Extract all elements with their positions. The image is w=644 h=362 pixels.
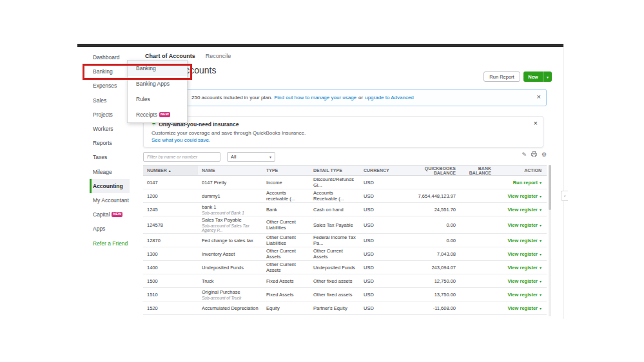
account-name: Sales Tax Payable xyxy=(202,217,259,223)
row-action-link[interactable]: View register xyxy=(507,292,538,298)
chevron-down-icon[interactable]: ▾ xyxy=(540,279,542,283)
row-action-link[interactable]: View register xyxy=(507,305,538,311)
new-button[interactable]: New ▾ xyxy=(523,71,552,82)
chevron-down-icon[interactable]: ▾ xyxy=(540,306,542,310)
chevron-down-icon[interactable]: ▾ xyxy=(540,223,542,227)
scrollbar-thumb[interactable] xyxy=(549,165,551,210)
cell-currency: USD xyxy=(360,264,409,271)
sidebar-item[interactable]: Expenses xyxy=(90,79,130,93)
gear-icon[interactable]: ⚙ xyxy=(542,152,547,158)
tab-chart-of-accounts[interactable]: Chart of Accounts xyxy=(145,53,195,59)
cell-name: dummy1 xyxy=(198,193,262,200)
menu-item-label: Receipts xyxy=(136,111,157,118)
cell-currency: USD xyxy=(360,222,409,229)
cell-currency: USD xyxy=(360,206,409,213)
sidebar-item[interactable]: Accounting xyxy=(90,179,130,193)
column-header-quickbooks-balance[interactable]: QUICKBOOKS BALANCE xyxy=(409,166,460,175)
sidebar-item[interactable]: Sales xyxy=(90,93,130,108)
cell-name: Undeposited Funds xyxy=(198,264,262,271)
cell-action: Run report ▾ xyxy=(495,179,547,186)
banking-menu-item[interactable]: Rules xyxy=(128,91,187,107)
printer-icon[interactable] xyxy=(531,151,537,158)
column-header-type[interactable]: TYPE xyxy=(262,166,309,175)
sidebar-item[interactable]: Capital NEW xyxy=(90,207,130,222)
sidebar-item[interactable]: Mileage xyxy=(90,165,130,179)
cell-currency: USD xyxy=(360,193,409,200)
table-row: 1245 bank 1 Sub-account of Bank 1 Bank C… xyxy=(143,203,547,216)
sidebar-item[interactable]: Projects xyxy=(90,108,130,122)
column-header-currency[interactable]: CURRENCY xyxy=(360,166,409,175)
plan-banner-conjunction: or xyxy=(358,95,363,100)
cell-quickbooks-balance: 12,750.00 xyxy=(409,278,460,285)
row-action-link[interactable]: View register xyxy=(507,193,538,199)
cell-action: View register ▾ xyxy=(495,193,547,200)
chevron-down-icon[interactable]: ▾ xyxy=(540,194,542,198)
menu-item-label: Banking xyxy=(136,65,156,71)
cell-type: Bank xyxy=(262,206,309,213)
row-action-link[interactable]: View register xyxy=(507,207,538,213)
run-report-button[interactable]: Run Report xyxy=(483,71,520,82)
sidebar-item[interactable]: Workers xyxy=(90,122,130,136)
column-header-name[interactable]: NAME xyxy=(198,166,262,175)
row-action-link[interactable]: View register xyxy=(507,222,538,228)
window-top-bar xyxy=(77,44,563,47)
sidebar-item[interactable]: Dashboard xyxy=(90,50,130,64)
banking-menu-item[interactable]: Receipts NEW xyxy=(128,107,187,122)
new-badge: NEW xyxy=(112,212,122,217)
upgrade-advanced-link[interactable]: upgrade to Advanced xyxy=(365,95,414,100)
scope-select[interactable]: All ▾ xyxy=(227,152,275,162)
cell-name: bank 1 Sub-account of Bank 1 xyxy=(198,204,262,216)
sidebar-item[interactable]: Apps xyxy=(90,222,130,236)
cell-detail-type: Other fixed assets xyxy=(309,278,360,285)
cell-detail-type: Other fixed assets xyxy=(309,291,360,298)
cell-quickbooks-balance xyxy=(409,182,460,183)
sidebar-item-label: Refer a Friend xyxy=(93,240,128,247)
collapse-panel-chevron[interactable]: ‹ xyxy=(561,191,568,201)
row-action-link[interactable]: View register xyxy=(507,278,538,284)
pencil-icon[interactable]: ✎ xyxy=(522,152,527,158)
cell-action: View register ▾ xyxy=(495,264,547,271)
sidebar-item[interactable]: Reports xyxy=(90,136,130,150)
new-button-label[interactable]: New xyxy=(523,71,543,82)
chevron-down-icon[interactable]: ▾ xyxy=(540,180,542,185)
chevron-down-icon[interactable]: ▾ xyxy=(540,238,542,243)
sidebar-item-label: Banking xyxy=(93,68,113,75)
menu-item-label: Rules xyxy=(136,96,150,102)
sidebar-item-label: Mileage xyxy=(93,169,112,175)
sidebar-item[interactable]: My Accountant xyxy=(90,193,130,207)
chevron-down-icon[interactable]: ▾ xyxy=(540,265,542,270)
table-tools: ✎ ⚙ xyxy=(513,151,547,158)
insurance-card-link[interactable]: See what you could save. xyxy=(151,137,535,143)
chevron-down-icon[interactable]: ▾ xyxy=(540,207,542,212)
banking-menu-item[interactable]: Banking Apps xyxy=(128,76,187,91)
filter-input[interactable] xyxy=(143,152,220,162)
sidebar-item[interactable]: Refer a Friend xyxy=(90,236,130,250)
chevron-down-icon[interactable]: ▾ xyxy=(540,292,542,297)
table-row: 1510 Original Purchase Sub-account of Tr… xyxy=(143,288,547,301)
close-icon[interactable]: × xyxy=(534,120,538,127)
close-icon[interactable]: × xyxy=(537,93,541,100)
chevron-down-icon[interactable]: ▾ xyxy=(540,252,542,256)
account-name: Accumulated Depreciation xyxy=(202,305,259,311)
column-header-number[interactable]: NUMBER ▲ xyxy=(143,166,198,175)
manage-usage-link[interactable]: Find out how to manage your usage xyxy=(274,95,356,100)
row-action-link[interactable]: View register xyxy=(507,251,538,257)
sub-account-label: Sub-account of Bank 1 xyxy=(202,211,259,215)
tab-reconcile[interactable]: Reconcile xyxy=(206,53,231,59)
cell-action: View register ▾ xyxy=(495,291,547,298)
row-action-link[interactable]: View register xyxy=(507,265,538,271)
chevron-down-icon[interactable]: ▾ xyxy=(543,71,552,82)
column-header-detail-type[interactable]: DETAIL TYPE xyxy=(309,166,360,175)
sidebar-item[interactable]: Taxes xyxy=(90,150,130,164)
sidebar-item[interactable]: Banking xyxy=(90,64,130,79)
cell-quickbooks-balance: 13,750.00 xyxy=(409,291,460,298)
cell-bank-balance xyxy=(460,182,495,183)
sidebar-item-label: Expenses xyxy=(93,82,117,89)
cell-type: Other Current Assets xyxy=(262,247,309,260)
row-action-link[interactable]: Run report xyxy=(513,180,538,186)
column-header-bank-balance[interactable]: BANK BALANCE xyxy=(460,166,495,175)
vertical-scrollbar[interactable] xyxy=(549,165,551,316)
row-action-link[interactable]: View register xyxy=(507,238,538,243)
cell-action: View register ▾ xyxy=(495,278,547,285)
banking-menu-item[interactable]: Banking xyxy=(128,61,187,76)
